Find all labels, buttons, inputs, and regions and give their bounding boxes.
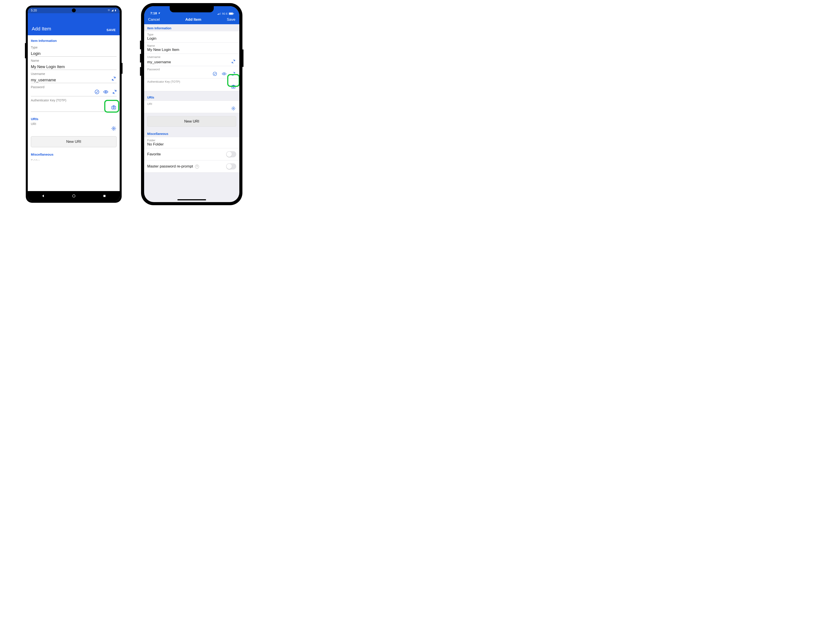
nav-home-icon[interactable]: [72, 194, 76, 198]
section-header-misc: Miscellaneous: [144, 130, 239, 137]
svg-rect-12: [220, 13, 221, 15]
field-password[interactable]: Password: [144, 66, 239, 79]
field-name[interactable]: Name My New Login Item: [31, 57, 117, 70]
svg-rect-15: [233, 13, 234, 14]
field-label: Master password re-prompt: [147, 164, 193, 168]
nav-title: Add Item: [185, 17, 202, 22]
ios-content: Item Information Type Login Name My New …: [144, 24, 239, 202]
field-username[interactable]: Username my_username: [31, 70, 117, 83]
field-label: Username: [147, 55, 236, 59]
scan-totp-camera-icon[interactable]: [230, 84, 236, 89]
uri-settings-icon[interactable]: [111, 126, 117, 131]
field-totp[interactable]: Authenticator Key (TOTP): [31, 96, 117, 112]
ios-nav-bar: Cancel Add Item Save: [144, 15, 239, 24]
svg-point-7: [72, 195, 75, 197]
android-camera-cutout: [72, 8, 76, 12]
toggle-visibility-icon[interactable]: [221, 71, 227, 77]
favorite-toggle[interactable]: [226, 151, 236, 158]
uri-settings-icon[interactable]: [230, 105, 236, 111]
field-type[interactable]: Type Login: [31, 43, 117, 57]
scan-totp-camera-icon[interactable]: [111, 105, 117, 110]
field-username[interactable]: Username my_username: [144, 54, 239, 66]
field-type[interactable]: Type Login: [144, 31, 239, 43]
field-label: Type: [147, 33, 236, 36]
generate-password-icon[interactable]: [112, 89, 117, 95]
battery-icon: [114, 9, 117, 12]
section-header-uris: URIs: [31, 112, 117, 122]
toggle-visibility-icon[interactable]: [103, 89, 108, 95]
field-label: Password: [31, 85, 117, 89]
android-content: Item Information Type Login Name My New …: [28, 35, 120, 191]
field-label: Authenticator Key (TOTP): [31, 99, 117, 102]
field-folder[interactable]: Folder No Folder: [144, 137, 239, 148]
field-uri[interactable]: URI: [31, 122, 117, 133]
field-label: Password: [147, 68, 236, 71]
new-uri-button[interactable]: New URI: [147, 116, 236, 127]
status-time: 5:20: [31, 8, 37, 12]
location-icon: [158, 12, 161, 15]
field-value: Login: [147, 36, 236, 41]
field-folder-label: Folder: [31, 157, 117, 160]
status-time: 7:18: [150, 11, 157, 15]
field-label: URI: [31, 122, 117, 126]
field-label: Type: [31, 46, 117, 49]
field-totp[interactable]: Authenticator Key (TOTP): [144, 79, 239, 91]
field-label: Favorite: [147, 152, 161, 156]
nav-back-icon[interactable]: [41, 194, 45, 198]
svg-rect-5: [115, 10, 116, 12]
field-value: My New Login Item: [31, 64, 65, 69]
field-label: URI: [147, 102, 236, 105]
network-label: 5G E: [222, 12, 228, 15]
battery-icon: [229, 12, 234, 15]
check-password-icon[interactable]: [94, 89, 100, 95]
status-icons: [107, 9, 117, 12]
field-label: Name: [31, 59, 117, 62]
field-label: Username: [31, 72, 117, 76]
save-button[interactable]: SAVE: [107, 28, 116, 32]
field-master-password-reprompt[interactable]: Master password re-prompt ?: [144, 161, 239, 172]
field-value: my_username: [147, 60, 171, 64]
svg-rect-14: [229, 13, 233, 14]
section-header-misc: Miscellaneous: [31, 147, 117, 157]
android-app-bar: Add Item SAVE: [28, 13, 120, 35]
android-nav-bar: [28, 191, 120, 201]
field-value: Login: [31, 51, 41, 56]
nav-recents-icon[interactable]: [103, 194, 106, 198]
field-name[interactable]: Name My New Login Item: [144, 43, 239, 54]
field-uri[interactable]: URI: [144, 100, 239, 113]
svg-rect-10: [218, 13, 219, 15]
android-screen: 5:20 Add Item SAVE Item Information Type…: [28, 8, 120, 201]
field-value: No Folder: [147, 142, 236, 146]
new-uri-button[interactable]: New URI: [31, 136, 117, 147]
field-password[interactable]: Password: [31, 83, 117, 96]
android-status-bar: 5:20: [28, 8, 120, 13]
check-password-icon[interactable]: [212, 71, 218, 77]
save-button[interactable]: Save: [227, 17, 235, 22]
ios-home-indicator[interactable]: [177, 199, 206, 200]
signal-icon: [111, 9, 114, 12]
android-device-frame: 5:20 Add Item SAVE Item Information Type…: [26, 5, 121, 203]
app-bar-title: Add Item: [32, 26, 51, 32]
generate-username-icon[interactable]: [111, 76, 117, 82]
section-header-item-information: Item Information: [31, 38, 117, 43]
wifi-icon: [107, 9, 110, 12]
generate-username-icon[interactable]: [230, 59, 236, 64]
iphone-notch: [170, 6, 214, 12]
section-header-uris: URIs: [144, 91, 239, 100]
svg-rect-8: [103, 195, 105, 197]
iphone-device-frame: 7:18 5G E Cancel Add Item Save Item Info…: [141, 3, 243, 205]
svg-rect-9: [218, 14, 218, 15]
svg-rect-11: [219, 13, 220, 15]
cancel-button[interactable]: Cancel: [148, 17, 160, 22]
reprompt-toggle[interactable]: [226, 163, 236, 169]
help-icon[interactable]: ?: [195, 164, 199, 169]
generate-password-icon[interactable]: [230, 71, 236, 77]
section-header-item-information: Item Information: [144, 24, 239, 31]
field-label: Authenticator Key (TOTP): [147, 80, 236, 83]
field-favorite[interactable]: Favorite: [144, 148, 239, 161]
iphone-screen: 7:18 5G E Cancel Add Item Save Item Info…: [144, 6, 239, 202]
signal-icon: [218, 13, 221, 15]
field-label: Folder: [147, 139, 236, 142]
field-value: My New Login Item: [147, 48, 236, 52]
field-value: my_username: [31, 77, 56, 82]
